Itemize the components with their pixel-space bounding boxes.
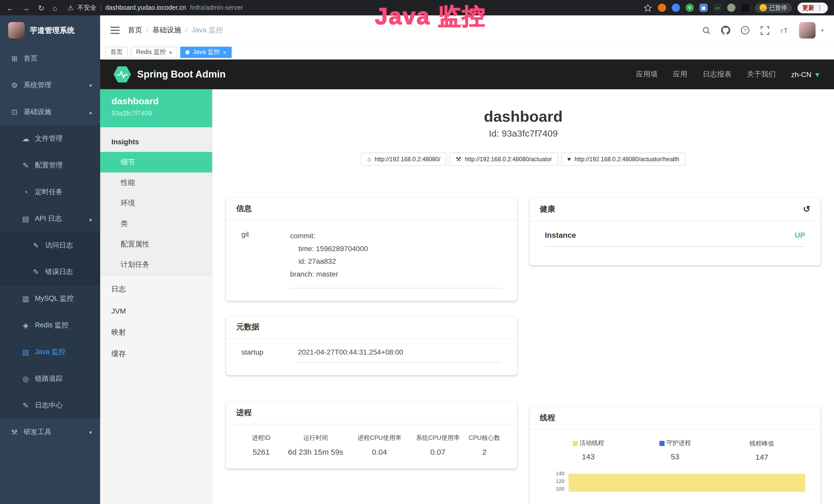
extension-icon-5[interactable]: on	[713, 4, 722, 12]
extension-icon-6[interactable]	[727, 4, 736, 12]
edit-icon: ✎	[22, 161, 30, 169]
user-avatar[interactable]	[799, 22, 816, 39]
java-monitor-icon: ▧	[22, 348, 30, 356]
extension-icon-2[interactable]	[672, 4, 680, 12]
sba-item-scheduled-tasks[interactable]: 计划任务	[100, 255, 212, 275]
sidebar-item-error-logs[interactable]: ✎ 错误日志	[0, 258, 100, 285]
sidebar-item-tracing[interactable]: ◎ 链路追踪	[0, 365, 100, 392]
sidebar-item-file-management[interactable]: ☁ 文件管理	[0, 125, 100, 152]
caret-down-icon[interactable]: ▾	[821, 27, 824, 33]
history-icon[interactable]: ↺	[803, 204, 810, 215]
app-title: 芋道管理系统	[30, 25, 74, 35]
sba-item-mappings[interactable]: 映射	[100, 322, 212, 343]
metadata-key: startup	[241, 348, 298, 363]
app-logo-row[interactable]: 芋道管理系统	[0, 16, 100, 45]
sba-item-details[interactable]: 细节	[100, 152, 212, 173]
eye-icon: ◎	[22, 374, 30, 383]
sba-nav-about[interactable]: 关于我们	[747, 70, 776, 79]
sidebar-item-log-center[interactable]: ✎ 日志中心	[0, 392, 100, 419]
active-tab-dot	[186, 50, 190, 54]
profile-paused-badge[interactable]: 已暂停	[755, 3, 792, 13]
sba-item-classes[interactable]: 类	[100, 214, 212, 234]
sba-item-config-props[interactable]: 配置属性	[100, 234, 212, 255]
threads-area-series	[568, 474, 805, 492]
sidebar-toggle-icon[interactable]	[110, 27, 120, 34]
info-card: 信息 git commit: time: 1596289704000 id: 2…	[226, 198, 517, 301]
sidebar-item-dev-tools[interactable]: ⚒ 研发工具 ▾	[0, 419, 100, 445]
instance-title: dashboard	[226, 108, 821, 125]
font-size-icon[interactable]: TT	[780, 26, 789, 35]
sidebar-item-api-logs[interactable]: ▤ API 日志 ▴	[0, 205, 100, 232]
home-icon[interactable]: ⌂	[53, 4, 57, 12]
sba-item-jvm[interactable]: JVM	[100, 300, 212, 322]
sba-item-logs[interactable]: 日志	[100, 279, 212, 300]
app-window: 芋道管理系统 ⊞ 首页 ⚙ 系统管理 ▾ ⊡ 基础设施 ▴ ☁	[0, 16, 834, 504]
process-value-cpu: 0.04	[350, 448, 409, 456]
sba-logo-icon	[113, 66, 131, 83]
sba-nav-journal[interactable]: 日志报表	[703, 70, 731, 79]
actuator-url-link[interactable]: ⚒ http://192.168.0.2:48080/actuator	[449, 153, 558, 166]
threads-chart-plot	[568, 469, 805, 504]
chevron-up-icon: ▴	[89, 109, 92, 115]
extension-icon-7[interactable]	[741, 4, 749, 12]
sidebar-item-config-management[interactable]: ✎ 配置管理	[0, 152, 100, 179]
bookmark-star-icon[interactable]	[643, 3, 652, 12]
sba-item-caches[interactable]: 缓存	[100, 343, 212, 365]
sba-nav-wallboard[interactable]: 应用墙	[636, 70, 658, 79]
instance-url-link[interactable]: ⌂ http://192.168.0.2:48080/	[361, 153, 446, 166]
sidebar-item-mysql-monitor[interactable]: ▥ MySQL 监控	[0, 285, 100, 312]
tab-home[interactable]: 首页	[105, 46, 128, 58]
tab-redis-monitor[interactable]: Redis 监控 ×	[131, 46, 177, 58]
tab-java-monitor[interactable]: Java 监控 ×	[180, 46, 232, 58]
update-label: 更新	[803, 4, 814, 12]
header-actions: ? TT ▾	[702, 22, 824, 39]
sidebar-item-system-management[interactable]: ⚙ 系统管理 ▾	[0, 72, 100, 98]
app-logo	[8, 22, 25, 39]
extension-icon-4[interactable]: ▦	[699, 4, 708, 12]
fullscreen-icon[interactable]	[760, 26, 770, 35]
health-icon: ♥	[567, 156, 571, 163]
info-key: git	[241, 230, 290, 289]
document-icon: ✎	[32, 268, 40, 276]
reload-icon[interactable]: ↻	[38, 4, 44, 12]
browser-nav: ← → ↻ ⌂	[6, 4, 57, 12]
sba-item-environment[interactable]: 环境	[100, 193, 212, 214]
help-icon[interactable]: ?	[741, 26, 750, 35]
sidebar-item-home[interactable]: ⊞ 首页	[0, 45, 100, 72]
sba-brand[interactable]: Spring Boot Admin	[137, 69, 226, 80]
legend-peak-threads: 线程峰值	[749, 439, 774, 448]
back-icon[interactable]: ←	[6, 4, 14, 12]
address-bar[interactable]: ⚠ 不安全 | dashboard.yudao.iocoder.cn/infra…	[68, 3, 243, 12]
sidebar-item-scheduled-jobs[interactable]: ◔ 定时任务	[0, 179, 100, 205]
extension-icon-1[interactable]	[658, 4, 666, 12]
health-card: 健康 ↺ Instance UP	[529, 198, 821, 266]
log-icon: ▤	[22, 215, 30, 223]
close-icon[interactable]: ×	[223, 49, 226, 55]
sba-instance-header[interactable]: dashboard 93a3fc7f7409	[100, 89, 212, 127]
threads-card: 线程 活动线程 14	[529, 407, 821, 504]
legend-peak-threads-value: 147	[719, 453, 805, 461]
extension-icon-3[interactable]: V	[685, 4, 694, 12]
sidebar-item-infrastructure[interactable]: ⊡ 基础设施 ▴	[0, 98, 100, 125]
sba-language-select[interactable]: zh-CN ▼	[791, 70, 821, 78]
instance-links: ⌂ http://192.168.0.2:48080/ ⚒ http://192…	[226, 153, 821, 166]
sidebar-item-redis-monitor[interactable]: ◈ Redis 监控	[0, 312, 100, 339]
update-button[interactable]: 更新 ⋮	[797, 2, 828, 13]
chevron-up-icon: ▴	[89, 216, 92, 222]
redis-icon: ◈	[22, 321, 30, 329]
breadcrumb-infrastructure[interactable]: 基础设施	[153, 26, 181, 35]
sba-item-metrics[interactable]: 性能	[100, 173, 212, 193]
sidebar-item-access-logs[interactable]: ✎ 访问日志	[0, 232, 100, 259]
github-icon[interactable]	[721, 26, 730, 35]
legend-swatch-yellow	[572, 441, 577, 446]
browser-menu-icon[interactable]: ⋮	[817, 4, 823, 11]
search-icon[interactable]	[702, 26, 711, 35]
sba-nav-applications[interactable]: 应用	[673, 70, 687, 79]
mysql-icon: ▥	[22, 295, 30, 303]
forward-icon[interactable]: →	[22, 4, 30, 12]
breadcrumb-home[interactable]: 首页	[128, 26, 142, 35]
close-icon[interactable]: ×	[169, 49, 172, 55]
info-value: commit: time: 1596289704000 id: 27aa832 …	[290, 230, 502, 289]
sidebar-item-java-monitor[interactable]: ▧ Java 监控	[0, 339, 100, 365]
health-url-link[interactable]: ♥ http://192.168.0.2:48080/actuator/heal…	[561, 153, 685, 166]
